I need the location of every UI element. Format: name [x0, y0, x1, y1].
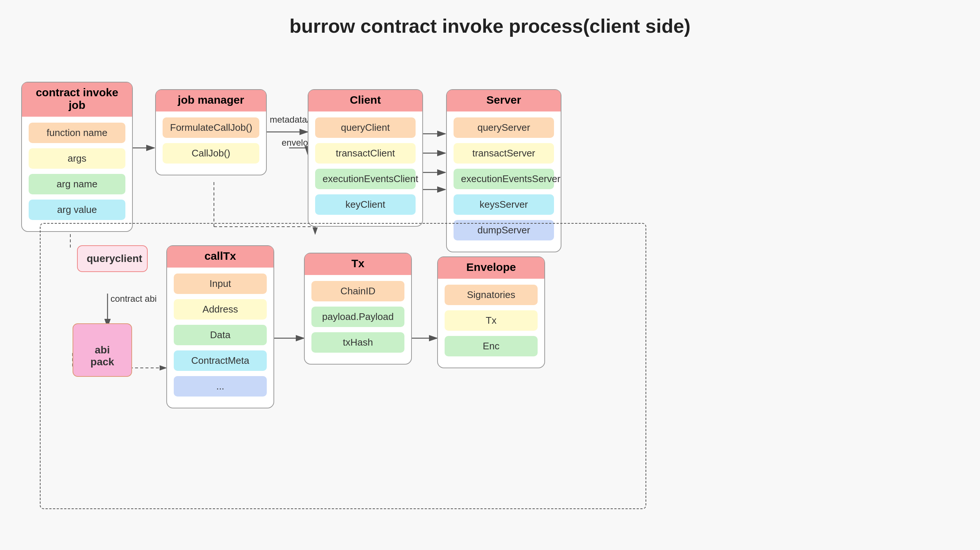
client-title: Client — [309, 90, 422, 111]
transact-client-item: transactClient — [315, 143, 415, 163]
formulate-call-job-item: FormulateCallJob() — [162, 117, 259, 138]
tx-title: Tx — [305, 254, 411, 275]
contract-invoke-job-title: contract invoke job — [22, 82, 132, 117]
data-item: Data — [174, 325, 267, 345]
page-title: burrow contract invoke process(client si… — [0, 0, 980, 48]
signatories-item: Signatories — [445, 285, 538, 305]
enc-item: Enc — [445, 336, 538, 357]
query-server-item: queryServer — [453, 117, 554, 138]
contract-invoke-job-box: contract invoke job function name args a… — [21, 82, 133, 232]
arg-value-item: arg value — [29, 200, 126, 220]
address-item: Address — [174, 299, 267, 320]
contract-abi-label: contract abi — [110, 293, 157, 304]
tx-field-item: Tx — [445, 310, 538, 331]
key-client-item: keyClient — [315, 194, 415, 215]
input-item: Input — [174, 274, 267, 294]
function-name-item: function name — [29, 123, 126, 143]
chain-id-item: ChainID — [312, 281, 404, 301]
client-box: Client queryClient transactClient execut… — [308, 89, 423, 227]
tx-hash-item: txHash — [312, 332, 404, 353]
transact-server-item: transactServer — [453, 143, 554, 163]
ellipsis-item: ... — [174, 376, 267, 396]
job-manager-box: job manager FormulateCallJob() CallJob() — [155, 89, 267, 175]
calltx-title: callTx — [167, 246, 274, 268]
envelope-box: Envelope Signatories Tx Enc — [437, 257, 545, 368]
job-manager-title: job manager — [156, 90, 266, 111]
args-item: args — [29, 148, 126, 169]
calltx-box: callTx Input Address Data ContractMeta .… — [166, 245, 274, 408]
envelope-title: Envelope — [438, 257, 544, 279]
keys-server-item: keysServer — [453, 194, 554, 215]
execution-events-server-item: executionEventsServer — [453, 169, 554, 189]
tx-box: Tx ChainID payload.Payload txHash — [304, 253, 412, 365]
abi-pack-box: abi pack — [73, 323, 132, 377]
arg-name-item: arg name — [29, 174, 126, 194]
queryclient-label: queryclient — [87, 253, 142, 264]
queryclient-box: queryclient — [77, 245, 148, 272]
server-title: Server — [447, 90, 561, 111]
query-client-item: queryClient — [315, 117, 415, 138]
payload-payload-item: payload.Payload — [312, 307, 404, 327]
call-job-item: CallJob() — [162, 143, 259, 163]
abi-pack-label: abi pack — [91, 344, 114, 368]
execution-events-client-item: executionEventsClient — [315, 169, 415, 189]
contract-meta-item: ContractMeta — [174, 350, 267, 371]
